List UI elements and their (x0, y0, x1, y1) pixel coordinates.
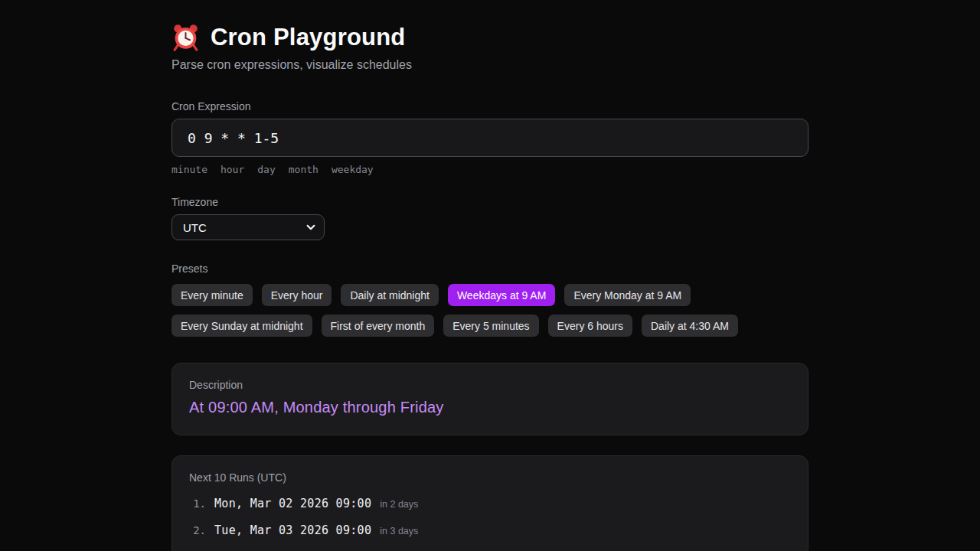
cron-field-hint: month (289, 164, 318, 175)
run-index: 2. (189, 524, 206, 536)
cron-expression-section: Cron Expression minutehourdaymonthweekda… (172, 100, 808, 175)
timezone-select-wrap: UTC (172, 214, 325, 240)
run-datetime: Mon, Mar 02 2026 09:00 (214, 497, 371, 510)
run-list-item: 1. Mon, Mar 02 2026 09:00 in 2 days (189, 497, 791, 510)
header: Cron Playground (172, 23, 808, 51)
timezone-select[interactable]: UTC (172, 214, 325, 240)
preset-list: Every minuteEvery hourDaily at midnightW… (172, 284, 808, 337)
run-relative-time: in 2 days (380, 499, 418, 510)
preset-button-daily-at-midnight[interactable]: Daily at midnight (341, 284, 439, 306)
description-card: Description At 09:00 AM, Monday through … (172, 363, 808, 435)
preset-button-first-of-every-month[interactable]: First of every month (322, 315, 435, 337)
page-title: Cron Playground (211, 24, 405, 51)
cron-field-hint: minute (172, 164, 207, 175)
next-runs-title: Next 10 Runs (UTC) (189, 471, 791, 484)
cron-field-hint: day (257, 164, 275, 175)
preset-button-every-minute[interactable]: Every minute (172, 284, 253, 306)
description-label: Description (189, 379, 791, 391)
timezone-label: Timezone (172, 196, 808, 208)
next-runs-list: 1. Mon, Mar 02 2026 09:00 in 2 days 2. T… (189, 497, 791, 551)
page-subtitle: Parse cron expressions, visualize schedu… (172, 58, 808, 72)
preset-button-every-hour[interactable]: Every hour (262, 284, 332, 306)
cron-field-hints: minutehourdaymonthweekday (172, 164, 808, 175)
run-datetime: Tue, Mar 03 2026 09:00 (214, 523, 371, 537)
presets-section: Presets Every minuteEvery hourDaily at m… (172, 262, 808, 337)
timezone-section: Timezone UTC (172, 196, 808, 240)
cron-field-hint: weekday (332, 164, 374, 175)
preset-button-weekdays-at-9-am[interactable]: Weekdays at 9 AM (448, 284, 555, 306)
alarm-clock-icon (172, 23, 200, 51)
presets-label: Presets (172, 262, 808, 275)
preset-button-daily-at-4-30-am[interactable]: Daily at 4:30 AM (642, 315, 738, 337)
cron-expression-label: Cron Expression (172, 100, 808, 112)
next-runs-card: Next 10 Runs (UTC) 1. Mon, Mar 02 2026 0… (172, 455, 808, 551)
preset-button-every-6-hours[interactable]: Every 6 hours (548, 315, 632, 337)
preset-button-every-5-minutes[interactable]: Every 5 minutes (443, 315, 538, 337)
run-list-item: 2. Tue, Mar 03 2026 09:00 in 3 days (189, 523, 791, 537)
cron-field-hint: hour (220, 164, 244, 175)
cron-expression-input[interactable] (172, 119, 808, 157)
preset-button-every-sunday-at-midnight[interactable]: Every Sunday at midnight (172, 315, 312, 337)
description-text: At 09:00 AM, Monday through Friday (189, 399, 791, 416)
page-container: Cron Playground Parse cron expressions, … (172, 0, 808, 551)
run-index: 1. (189, 497, 206, 510)
preset-button-every-monday-at-9-am[interactable]: Every Monday at 9 AM (564, 284, 691, 306)
run-relative-time: in 3 days (380, 526, 418, 536)
